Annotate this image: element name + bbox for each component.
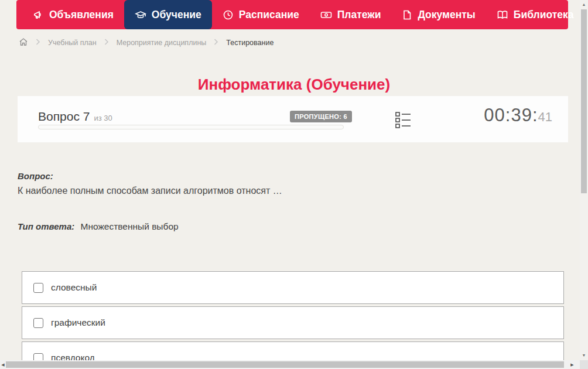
nav-item-label: Расписание <box>239 9 299 21</box>
nav-item-label: Платежи <box>337 9 381 21</box>
nav-item-training[interactable]: Обучение <box>124 0 212 29</box>
nav-item-library[interactable]: Библиотека <box>486 0 588 29</box>
breadcrumb: Учебный план Мероприятие дисциплины Тест… <box>19 36 274 49</box>
main-navbar: Объявления Обучение Расписание Платежи <box>16 0 568 29</box>
nav-item-documents[interactable]: Документы <box>391 0 486 29</box>
timer-hhmm: 00:39: <box>484 105 538 125</box>
timer-seconds: 41 <box>538 110 552 124</box>
answer-checkbox[interactable] <box>33 283 43 293</box>
scroll-down-arrow-icon[interactable]: ▼ <box>580 351 588 360</box>
quiz-header-card: Вопрос 7из 30 ПРОПУЩЕНО: 6 00:39:41 <box>18 96 568 142</box>
answer-option-label: словесный <box>51 282 97 293</box>
breadcrumb-item-testing: Тестирование <box>226 39 274 47</box>
breadcrumb-separator-icon <box>104 39 109 47</box>
breadcrumb-separator-icon <box>36 39 40 47</box>
page-title: Информатика (Обучение) <box>0 76 588 94</box>
scroll-up-arrow-icon[interactable]: ▲ <box>580 1 588 9</box>
question-total: из 30 <box>94 114 112 122</box>
graduation-cap-icon <box>135 9 146 20</box>
question-counter: Вопрос 7из 30 <box>38 110 112 124</box>
clock-icon <box>223 9 234 20</box>
timer: 00:39:41 <box>423 105 552 126</box>
answer-type-value: Множественный выбор <box>80 221 178 231</box>
nav-item-label: Библиотека <box>514 9 574 21</box>
book-icon <box>497 9 508 20</box>
question-list-button[interactable] <box>395 111 411 131</box>
nav-item-payments[interactable]: Платежи <box>310 0 392 29</box>
megaphone-icon <box>33 9 44 20</box>
answer-type: Тип ответа: Множественный выбор <box>18 221 179 232</box>
scrollbar-corner <box>580 360 588 369</box>
breadcrumb-separator-icon <box>214 39 218 47</box>
nav-item-announcements[interactable]: Объявления <box>22 0 124 29</box>
nav-item-label: Документы <box>418 9 475 21</box>
scroll-right-arrow-icon[interactable]: ▶ <box>569 360 575 369</box>
answer-options: словесный графический псевдокод <box>22 271 564 369</box>
nav-item-schedule[interactable]: Расписание <box>212 0 310 29</box>
question-text: К наиболее полным способам записи алгори… <box>18 186 282 196</box>
vertical-scrollbar-thumb[interactable] <box>581 9 587 193</box>
horizontal-scrollbar[interactable]: ◀ ▶ <box>0 360 580 369</box>
home-icon[interactable] <box>19 37 28 48</box>
scroll-left-arrow-icon[interactable]: ◀ <box>0 360 6 369</box>
document-icon <box>402 9 412 20</box>
answer-option-graphic[interactable]: графический <box>22 306 564 339</box>
question-heading: Вопрос: <box>18 171 53 181</box>
breadcrumb-item-discipline-event[interactable]: Мероприятие дисциплины <box>117 39 207 47</box>
answer-checkbox[interactable] <box>33 318 43 328</box>
answer-type-label: Тип ответа: <box>18 221 74 231</box>
vertical-scrollbar[interactable]: ▲ ▼ <box>580 0 588 360</box>
banknote-icon <box>320 9 332 20</box>
nav-item-label: Объявления <box>49 9 114 21</box>
progress-bar <box>38 125 344 129</box>
question-list-icon <box>395 121 411 131</box>
answer-option-verbal[interactable]: словесный <box>22 271 564 304</box>
horizontal-scrollbar-thumb[interactable] <box>6 361 564 368</box>
answer-option-label: графический <box>51 317 105 328</box>
breadcrumb-item-curriculum[interactable]: Учебный план <box>48 39 97 47</box>
nav-item-label: Обучение <box>152 9 201 21</box>
question-number: Вопрос 7 <box>38 110 90 123</box>
skipped-badge: ПРОПУЩЕНО: 6 <box>290 111 352 122</box>
